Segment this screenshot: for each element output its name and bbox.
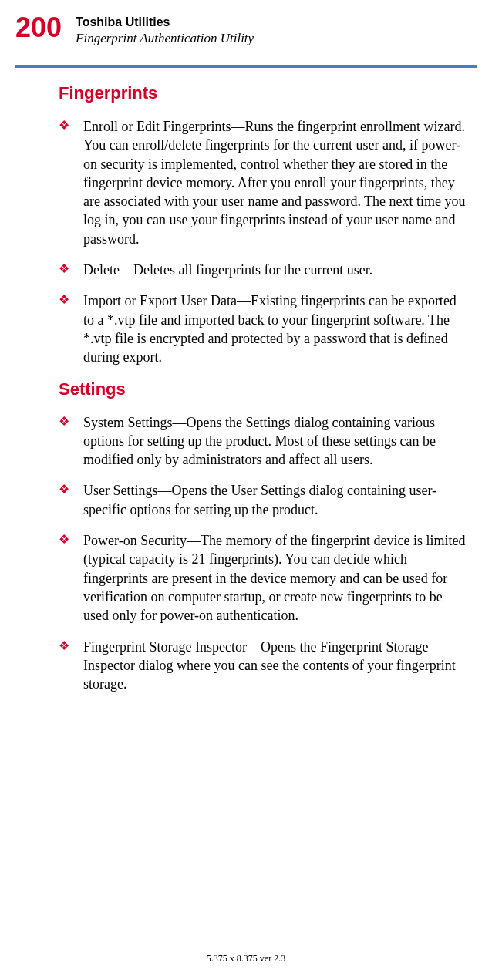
list-item: ❖ Import or Export User Data—Existing fi… — [59, 291, 469, 366]
header-text: Toshiba Utilities Fingerprint Authentica… — [76, 14, 254, 46]
page-footer: 5.375 x 8.375 ver 2.3 — [0, 953, 492, 965]
bullet-icon: ❖ — [59, 413, 69, 430]
section-heading-settings: Settings — [59, 379, 469, 399]
list-item-text: Enroll or Edit Fingerprints—Runs the fin… — [83, 117, 469, 248]
list-item-text: Import or Export User Data—Existing fing… — [83, 291, 469, 366]
list-item: ❖ Power-on Security—The memory of the fi… — [59, 531, 469, 625]
page-header: 200 Toshiba Utilities Fingerprint Authen… — [0, 0, 492, 54]
list-item: ❖ System Settings—Opens the Settings dia… — [59, 413, 469, 470]
list-item: ❖ Fingerprint Storage Inspector—Opens th… — [59, 638, 469, 694]
page-content: Fingerprints ❖ Enroll or Edit Fingerprin… — [0, 68, 492, 693]
page-number: 200 — [15, 14, 62, 42]
list-item-text: Fingerprint Storage Inspector—Opens the … — [83, 638, 469, 694]
section-heading-fingerprints: Fingerprints — [59, 83, 469, 103]
list-item: ❖ User Settings—Opens the User Settings … — [59, 481, 469, 519]
header-subtitle: Fingerprint Authentication Utility — [76, 31, 254, 46]
bullet-icon: ❖ — [59, 638, 69, 655]
settings-list: ❖ System Settings—Opens the Settings dia… — [59, 413, 469, 694]
list-item-text: User Settings—Opens the User Settings di… — [83, 481, 469, 519]
list-item-text: Power-on Security—The memory of the fing… — [83, 531, 469, 625]
bullet-icon: ❖ — [59, 481, 69, 498]
bullet-icon: ❖ — [59, 117, 69, 134]
list-item-text: Delete—Deletes all fingerprints for the … — [83, 261, 372, 279]
list-item: ❖ Delete—Deletes all fingerprints for th… — [59, 261, 469, 279]
bullet-icon: ❖ — [59, 291, 69, 308]
header-title: Toshiba Utilities — [76, 15, 254, 29]
bullet-icon: ❖ — [59, 261, 69, 278]
list-item-text: System Settings—Opens the Settings dialo… — [83, 413, 469, 470]
bullet-icon: ❖ — [59, 531, 69, 548]
fingerprints-list: ❖ Enroll or Edit Fingerprints—Runs the f… — [59, 117, 469, 367]
list-item: ❖ Enroll or Edit Fingerprints—Runs the f… — [59, 117, 469, 248]
